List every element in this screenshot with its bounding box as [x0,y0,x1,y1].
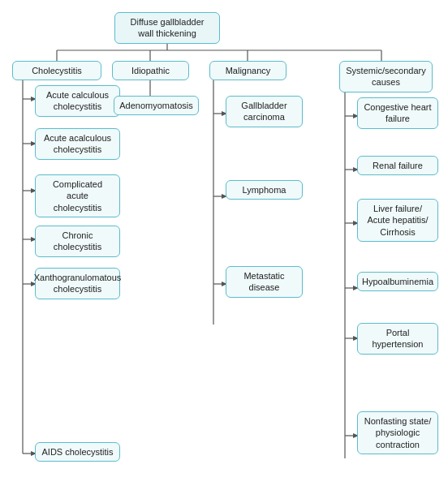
root-node: Cholecystitis Diffuse gallbladderwall th… [114,12,220,44]
header-malignancy: Malignancy [209,61,286,80]
child-renal-failure: Renal failure [357,156,438,175]
child-gallbladder-carcinoma: Gallbladdercarcinoma [226,96,303,127]
child-nonfasting: Nonfasting state/physiologiccontraction [357,411,438,454]
child-lymphoma: Lymphoma [226,180,303,200]
child-aids: AIDS cholecystitis [35,442,120,462]
child-acute-acalculous: Acute acalculouscholecystitis [35,128,120,160]
child-complicated-acute: Complicatedacutecholecystitis [35,174,120,217]
child-xantho: Xanthogranulomatouscholecystitis [35,268,120,299]
child-adenomyomatosis: Adenomyomatosis [114,96,199,115]
header-idiopathic: Idiopathic [112,61,189,80]
header-systemic: Systemic/secondarycauses [339,61,433,92]
child-congestive-heart: Congestive heartfailure [357,97,438,129]
child-hypoalbuminemia: Hypoalbuminemia [357,272,438,291]
child-metastatic: Metastaticdisease [226,266,303,298]
child-chronic: Chroniccholecystitis [35,226,120,257]
diagram: Cholecystitis Diffuse gallbladderwall th… [8,8,440,495]
child-acute-calculous: Acute calculouscholecystitis [35,85,120,117]
child-portal-hypertension: Portal hypertension [357,323,438,355]
header-cholecystitis: Cholecystitis [12,61,101,80]
child-liver-failure: Liver failure/Acute hepatitis/Cirrhosis [357,199,438,242]
